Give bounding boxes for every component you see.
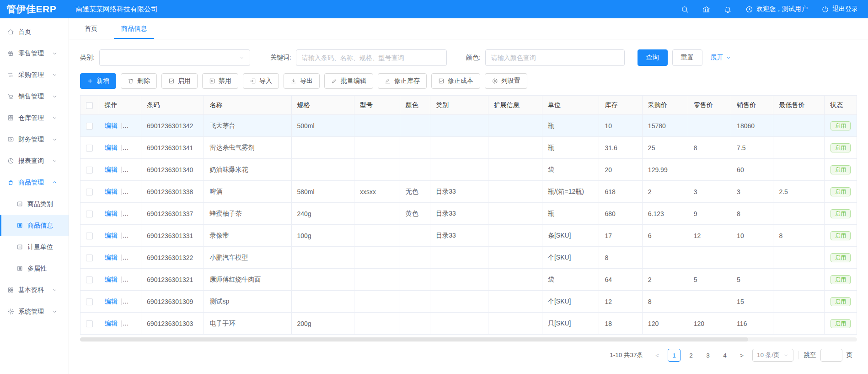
toolbar-button-1[interactable]: 删除	[121, 73, 157, 89]
scrollbar-thumb[interactable]	[80, 337, 748, 341]
cell-min	[773, 313, 825, 335]
column-header: 类别	[430, 96, 488, 115]
toolbar-button-2[interactable]: 启用	[161, 73, 198, 89]
sidebar-item-6[interactable]: 报表查询	[0, 150, 69, 172]
toolbar-button-0[interactable]: 新增	[80, 73, 116, 89]
sidebar-item-13[interactable]: 系统管理	[0, 301, 69, 322]
chevron-down-icon	[725, 54, 732, 61]
page-size-select[interactable]: 10 条/页	[752, 349, 793, 362]
top-header: 管伊佳ERP 南通某某网络科技有限公司 欢迎您，测试用户 退出登录	[0, 0, 868, 18]
row-checkbox[interactable]	[86, 298, 93, 305]
cell-model	[354, 203, 400, 225]
sidebar-item-10[interactable]: 计量单位	[0, 236, 69, 258]
toolbar-button-9[interactable]: 列设置	[485, 73, 527, 89]
cell-stock: 8	[599, 247, 642, 269]
row-checkbox[interactable]	[86, 233, 93, 239]
cell-category: 目录33	[430, 181, 488, 203]
cell-ext	[488, 137, 542, 159]
prev-page-button[interactable]: <	[651, 349, 664, 362]
expand-link[interactable]: 展开	[711, 54, 732, 62]
cell-retail	[688, 291, 731, 313]
sidebar-item-0[interactable]: 首页	[0, 21, 69, 43]
sidebar-item-4[interactable]: 仓库管理	[0, 107, 69, 129]
sidebar-item-5[interactable]: 财务管理	[0, 129, 69, 150]
toolbar-button-7[interactable]: 修正库存	[378, 73, 427, 89]
toolbar-button-8[interactable]: 修正成本	[431, 73, 480, 89]
edit-link[interactable]: 编辑	[105, 210, 118, 217]
page-number-1[interactable]: 1	[668, 349, 680, 362]
welcome-user[interactable]: 欢迎您，测试用户	[745, 5, 808, 13]
table-header-row: 操作条码名称规格型号颜色类别扩展信息单位库存采购价零售价销售价最低售价状态	[80, 96, 857, 115]
cell-purchase: 6	[642, 225, 688, 247]
sidebar-item-3[interactable]: 销售管理	[0, 86, 69, 107]
edit-link[interactable]: 编辑	[105, 144, 118, 151]
cell-model	[354, 225, 400, 247]
chevron-down-icon	[51, 93, 58, 100]
edit-link[interactable]: 编辑	[105, 232, 118, 239]
toolbar-button-4[interactable]: 导入	[243, 73, 279, 89]
cell-color: 黄色	[400, 203, 430, 225]
cell-retail: 3	[688, 181, 731, 203]
status-badge: 启用	[830, 253, 851, 262]
page-number-2[interactable]: 2	[685, 349, 697, 362]
category-select[interactable]	[99, 49, 250, 66]
edit-link[interactable]: 编辑	[105, 320, 118, 327]
edit-link[interactable]: 编辑	[105, 188, 118, 195]
toolbar-button-3[interactable]: 禁用	[202, 73, 238, 89]
chevron-down-icon	[239, 54, 245, 61]
x-square-icon	[209, 78, 215, 84]
chevron-down-icon	[51, 157, 58, 164]
next-page-button[interactable]: >	[735, 349, 748, 362]
cell-barcode: 6901236301337	[141, 203, 204, 225]
reset-button[interactable]: 重置	[672, 49, 702, 66]
row-checkbox[interactable]	[86, 320, 93, 327]
sidebar-item-11[interactable]: 多属性	[0, 258, 69, 279]
bank-icon	[702, 5, 710, 13]
toolbar-button-5[interactable]: 导出	[284, 73, 320, 89]
sidebar-item-label: 财务管理	[18, 136, 51, 144]
sidebar-item-8[interactable]: 商品类别	[0, 193, 69, 215]
edit-link[interactable]: 编辑	[105, 254, 118, 261]
row-checkbox[interactable]	[86, 167, 93, 173]
row-checkbox[interactable]	[86, 276, 93, 283]
row-checkbox[interactable]	[86, 255, 93, 261]
jump-page-input[interactable]	[820, 349, 842, 362]
edit-link[interactable]: 编辑	[105, 298, 118, 305]
row-checkbox[interactable]	[86, 211, 93, 217]
bell-icon[interactable]	[724, 5, 732, 13]
clock-icon	[745, 5, 753, 13]
sidebar-item-label: 报表查询	[18, 157, 51, 165]
cell-min	[773, 137, 825, 159]
search-icon[interactable]	[681, 5, 689, 13]
cell-stock: 10	[599, 115, 642, 137]
horizontal-scrollbar[interactable]	[80, 337, 857, 341]
edit-link[interactable]: 编辑	[105, 122, 118, 129]
keyword-input[interactable]	[296, 49, 447, 66]
tab-0[interactable]: 首页	[83, 19, 99, 39]
sidebar-item-12[interactable]: 基本资料	[0, 279, 69, 301]
row-checkbox[interactable]	[86, 123, 93, 130]
chevron-down-icon	[51, 136, 58, 143]
cell-color: 无色	[400, 181, 430, 203]
tab-1[interactable]: 商品信息	[119, 19, 149, 39]
page-number-4[interactable]: 4	[718, 349, 731, 362]
sidebar-item-2[interactable]: 采购管理	[0, 64, 69, 86]
color-input[interactable]	[485, 49, 625, 66]
sidebar-item-1[interactable]: 零售管理	[0, 43, 69, 64]
topbar-actions: 欢迎您，测试用户 退出登录	[681, 5, 868, 13]
row-checkbox[interactable]	[86, 189, 93, 195]
cell-ext	[488, 159, 542, 181]
edit-link[interactable]: 编辑	[105, 276, 118, 283]
sidebar-item-9[interactable]: 商品信息	[0, 215, 69, 236]
edit-link[interactable]: 编辑	[105, 166, 118, 173]
sidebar-item-7[interactable]: 商品管理	[0, 172, 69, 193]
search-button[interactable]: 查询	[638, 49, 668, 66]
page-number-3[interactable]: 3	[702, 349, 714, 362]
cell-min	[773, 247, 825, 269]
toolbar-button-6[interactable]: 批量编辑	[324, 73, 373, 89]
row-checkbox[interactable]	[86, 145, 93, 152]
logout-button[interactable]: 退出登录	[821, 5, 858, 13]
bank-icon[interactable]	[702, 5, 710, 13]
select-all-checkbox[interactable]	[86, 102, 93, 109]
cell-purchase: 120	[642, 313, 688, 335]
